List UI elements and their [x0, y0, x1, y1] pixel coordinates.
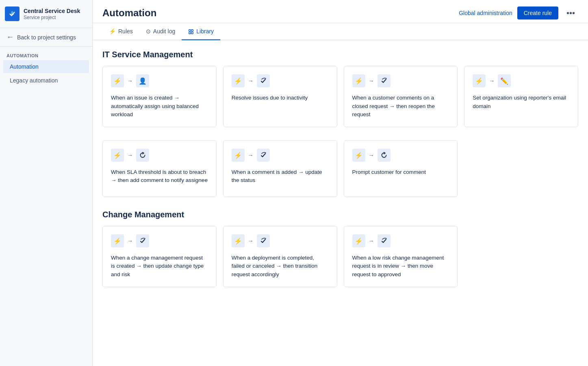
sidebar-item-legacy-automation[interactable]: Legacy automation: [3, 74, 89, 87]
global-administration-button[interactable]: Global administration: [459, 10, 512, 16]
it-service-management-title: IT Service Management: [102, 50, 578, 59]
card-comment-status-icons: ⚡ →: [232, 149, 329, 162]
top-bar-actions: Global administration Create rule •••: [459, 6, 578, 19]
more-icon: •••: [566, 9, 575, 17]
trigger-icon-bolt-3: ⚡: [352, 74, 365, 87]
arrow-icon-9: →: [248, 238, 254, 244]
svg-rect-5: [191, 32, 193, 34]
card-deployment-icons: ⚡ →: [232, 234, 329, 247]
card-low-risk-review-label: When a low risk change management reques…: [352, 254, 449, 279]
trigger-icon-bolt-9: ⚡: [232, 234, 245, 247]
card-prompt-comment[interactable]: ⚡ → Prompt customer for comment: [344, 140, 458, 197]
card-deployment[interactable]: ⚡ → When a deployment is completed, fail…: [223, 226, 337, 287]
tab-bar: ⚡ Rules ⊙ Audit log Library: [93, 23, 588, 40]
card-sla-breach-label: When SLA threshold is about to breach → …: [111, 168, 208, 185]
svg-rect-3: [191, 30, 193, 31]
trigger-icon-bolt-4: ⚡: [473, 74, 486, 87]
trigger-icon-bolt-8: ⚡: [111, 234, 124, 247]
project-name: Central Service Desk: [24, 7, 80, 15]
action-icon-status: [257, 74, 270, 87]
action-icon-pencil: ✏️: [498, 74, 511, 87]
action-icon-cycle: [136, 149, 149, 162]
card-sla-breach[interactable]: ⚡ → When SLA threshold is about to breac…: [102, 140, 217, 197]
sidebar-item-legacy-label: Legacy automation: [10, 77, 58, 84]
sidebar: Central Service Desk Service project ← B…: [0, 0, 93, 366]
card-reopen-request-label: When a customer comments on a closed req…: [352, 94, 449, 119]
card-prompt-comment-label: Prompt customer for comment: [352, 168, 449, 176]
card-assign-workload[interactable]: ⚡ → 👤 When an issue is created → automat…: [102, 66, 217, 127]
tab-audit-log[interactable]: ⊙ Audit log: [139, 23, 182, 40]
arrow-icon-3: →: [369, 78, 374, 84]
sidebar-section-label: AUTOMATION: [0, 47, 92, 60]
action-icon-low-risk: [378, 234, 391, 247]
trigger-icon-bolt-2: ⚡: [232, 74, 245, 87]
arrow-icon: →: [127, 78, 133, 84]
card-set-org-label: Set organization using reporter's email …: [473, 94, 570, 110]
action-icon-person: 👤: [136, 74, 149, 87]
content-area: IT Service Management ⚡ → 👤 When an issu…: [93, 40, 588, 366]
it-sm-row-1: ⚡ → 👤 When an issue is created → automat…: [102, 66, 578, 127]
action-icon-change: [136, 234, 149, 247]
card-reopen-request[interactable]: ⚡ → When a customer comments on a closed…: [344, 66, 458, 127]
trigger-icon-bolt-10: ⚡: [352, 234, 365, 247]
back-icon: ←: [7, 33, 14, 41]
project-logo: [5, 6, 20, 21]
rules-icon: ⚡: [109, 28, 116, 35]
tab-audit-log-label: Audit log: [153, 28, 175, 35]
project-type: Service project: [24, 15, 80, 20]
svg-point-1: [11, 11, 13, 13]
sidebar-header: Central Service Desk Service project: [0, 0, 92, 28]
card-assign-workload-icons: ⚡ → 👤: [111, 74, 208, 87]
tab-library-label: Library: [196, 28, 214, 35]
card-change-type-risk[interactable]: ⚡ → When a change management request is …: [102, 226, 217, 287]
tab-rules-label: Rules: [118, 28, 133, 35]
change-management-title: Change Management: [102, 210, 578, 219]
card-resolve-inactivity-label: Resolve issues due to inactivity: [232, 94, 329, 102]
card-resolve-inactivity[interactable]: ⚡ → Resolve issues due to inactivity: [223, 66, 337, 127]
back-to-project-settings[interactable]: ← Back to project settings: [0, 28, 92, 47]
arrow-icon-5: →: [127, 152, 133, 158]
action-icon-deployment: [257, 234, 270, 247]
card-comment-status[interactable]: ⚡ → When a comment is added → update the…: [223, 140, 337, 197]
card-reopen-request-icons: ⚡ →: [352, 74, 449, 87]
trigger-icon-bolt-6: ⚡: [232, 149, 245, 162]
sidebar-item-automation-label: Automation: [10, 63, 39, 70]
it-sm-row-2: ⚡ → When SLA threshold is about to breac…: [102, 140, 578, 197]
library-icon: [188, 28, 194, 35]
trigger-icon-bolt: ⚡: [111, 74, 124, 87]
sidebar-item-automation[interactable]: Automation: [3, 60, 89, 73]
card-prompt-comment-icons: ⚡ →: [352, 149, 449, 162]
tab-rules[interactable]: ⚡ Rules: [102, 23, 139, 40]
more-options-button[interactable]: •••: [563, 7, 578, 19]
arrow-icon-2: →: [248, 78, 254, 84]
top-bar: Automation Global administration Create …: [93, 0, 588, 23]
arrow-icon-8: →: [127, 238, 133, 244]
tab-library[interactable]: Library: [182, 23, 220, 40]
action-icon-status-2: [257, 149, 270, 162]
action-icon-reopen: [378, 74, 391, 87]
svg-rect-2: [189, 30, 191, 31]
card-set-org-icons: ⚡ → ✏️: [473, 74, 570, 87]
arrow-icon-7: →: [369, 152, 374, 158]
back-label: Back to project settings: [17, 34, 76, 41]
arrow-icon-10: →: [369, 238, 374, 244]
trigger-icon-bolt-5: ⚡: [111, 149, 124, 162]
create-rule-button[interactable]: Create rule: [517, 6, 558, 19]
card-set-org[interactable]: ⚡ → ✏️ Set organization using reporter's…: [464, 66, 578, 127]
change-mgmt-row-1: ⚡ → When a change management request is …: [102, 226, 578, 287]
card-change-type-risk-icons: ⚡ →: [111, 234, 208, 247]
trigger-icon-bolt-7: ⚡: [352, 149, 365, 162]
svg-rect-4: [189, 32, 191, 34]
card-low-risk-review-icons: ⚡ →: [352, 234, 449, 247]
audit-log-icon: ⊙: [146, 28, 151, 35]
page-title: Automation: [102, 7, 156, 19]
card-assign-workload-label: When an issue is created → automatically…: [111, 94, 208, 119]
card-sla-breach-icons: ⚡ →: [111, 149, 208, 162]
card-comment-status-label: When a comment is added → update the sta…: [232, 168, 329, 185]
card-deployment-label: When a deployment is completed, failed o…: [232, 254, 329, 279]
arrow-icon-4: →: [489, 78, 495, 84]
action-icon-cycle-2: [378, 149, 391, 162]
project-info: Central Service Desk Service project: [24, 7, 80, 20]
main-content: Automation Global administration Create …: [93, 0, 588, 366]
card-low-risk-review[interactable]: ⚡ → When a low risk change management re…: [344, 226, 458, 287]
